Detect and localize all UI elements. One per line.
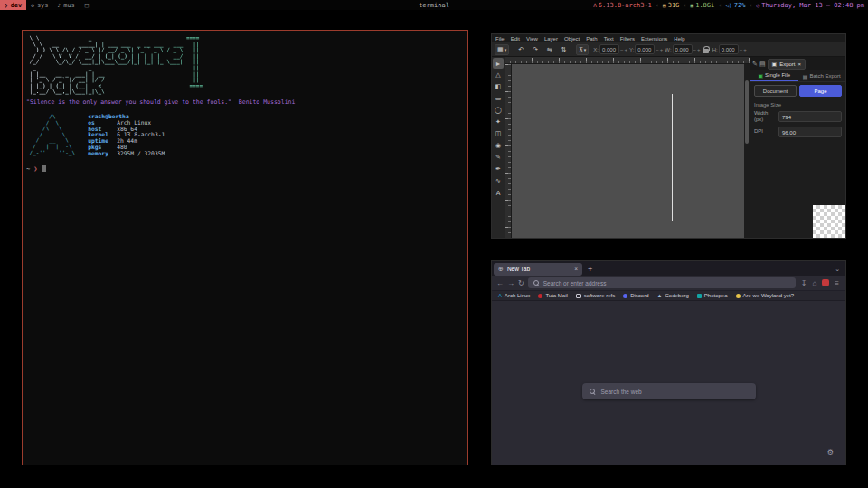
bar-module-arch: Λ6.13.8-arch3-1	[593, 2, 652, 9]
document-button[interactable]: Document	[754, 85, 797, 97]
spiral-tool[interactable]: ◉	[493, 140, 504, 151]
lock-ratio-icon[interactable]	[703, 46, 709, 53]
bookmark-codeberg[interactable]: ▲Codeberg	[657, 293, 689, 298]
ublock-icon[interactable]	[822, 279, 829, 286]
forward-button[interactable]: →	[507, 279, 514, 287]
canvas-scrollbar[interactable]	[744, 64, 750, 239]
tab-title: New Tab	[507, 266, 530, 272]
export-area-buttons: DocumentPage	[750, 82, 845, 99]
stepper-plus[interactable]: +	[660, 47, 664, 52]
edit-icon[interactable]: ✎	[752, 61, 758, 68]
inkscape-canvas[interactable]	[512, 64, 744, 239]
ellipse-tool[interactable]: ◯	[493, 105, 504, 116]
bookmark-photopea[interactable]: Photopea	[697, 293, 728, 298]
coordinate-fields: X:0.000−+Y:0.000−+W:0.000−+H:0.000−+	[591, 44, 746, 54]
downloads-icon[interactable]: ↧	[801, 279, 807, 287]
tab-list-dropdown-icon[interactable]: ⌄	[835, 266, 840, 273]
flip-horizontal-icon[interactable]: ⇋	[544, 44, 555, 55]
module-text: Thursday, Mar 13 — 02:48 pm	[761, 2, 864, 9]
status-bar: ❯dev⚙sys♪mus □ terminal Λ6.13.8-arch3-1‹…	[0, 0, 868, 10]
stepper-minus[interactable]: −	[693, 47, 697, 52]
shape-builder-tool[interactable]: ◧	[493, 81, 504, 92]
menu-extensions[interactable]: Extensions	[641, 36, 667, 42]
bookmark-label: software refs	[584, 293, 615, 298]
menu-view[interactable]: View	[526, 36, 538, 42]
home-icon[interactable]: ⌂	[812, 279, 816, 287]
coord-input[interactable]: 0.000	[599, 44, 619, 54]
coord-label: X:	[593, 47, 599, 52]
gear-icon[interactable]: ⚙	[827, 448, 834, 456]
bookmark-tuta-mail[interactable]: Tuta Mail	[538, 293, 567, 298]
tab-close-icon[interactable]: ×	[574, 266, 578, 272]
layout-icon[interactable]: □	[85, 2, 89, 9]
dpi-input[interactable]: 96.00	[778, 127, 842, 137]
workspace-tag-sys[interactable]: ⚙sys	[26, 0, 52, 10]
flip-vertical-icon[interactable]: ⇅	[559, 44, 570, 55]
panel-tab-strip: ✎ ▤ ▣ Export ×	[750, 57, 845, 70]
back-button[interactable]: ←	[496, 279, 504, 287]
browser-navbar: ← → ↻ Search or enter address ↧ ⌂ ≡	[492, 276, 845, 291]
rotate-cw-icon[interactable]: ↷	[530, 44, 541, 55]
module-separator: ‹	[749, 2, 752, 9]
rotate-ccw-icon[interactable]: ↶	[515, 44, 526, 55]
menu-help[interactable]: Help	[674, 36, 684, 42]
tab-single-file[interactable]: ▣Single File	[750, 70, 798, 81]
tab-batch-export[interactable]: ▤Batch Export	[798, 70, 846, 81]
browser-window[interactable]: ⊕ New Tab × + ⌄ ← → ↻ Search or enter ad…	[491, 260, 846, 465]
menu-layer[interactable]: Layer	[544, 36, 558, 42]
bookmark-discord[interactable]: Discord	[623, 293, 648, 298]
export-icon: ▣	[772, 61, 778, 67]
menu-edit[interactable]: Edit	[511, 36, 520, 42]
new-tab-button[interactable]: +	[588, 265, 592, 274]
rectangle-tool[interactable]: ▭	[493, 93, 504, 104]
reload-button[interactable]: ↻	[518, 279, 524, 287]
module-text: 72%	[734, 2, 746, 9]
coord-input[interactable]: 0.000	[673, 44, 693, 54]
width-input[interactable]: 794	[778, 111, 842, 122]
stepper-minus[interactable]: −	[620, 47, 624, 52]
terminal-window[interactable]: \ \ _ ==== \ \ __ _____| | ___ ___ _ __ …	[22, 30, 468, 465]
bookmark-are-we-wayland-yet-[interactable]: Are we Wayland yet?	[736, 293, 794, 298]
workspace-tag-mus[interactable]: ♪mus	[53, 0, 80, 10]
export-tab[interactable]: ▣ Export ×	[768, 59, 807, 70]
active-tab[interactable]: ⊕ New Tab ×	[494, 263, 582, 276]
selection-mode-dropdown[interactable]: ▦▾	[495, 44, 509, 55]
snap-dropdown[interactable]: ⊼▾	[576, 44, 590, 55]
menu-filters[interactable]: Filters	[620, 36, 635, 42]
stepper-minus[interactable]: −	[740, 47, 743, 52]
text-tool[interactable]: A	[493, 187, 504, 198]
toolbar-icons: ↶↷⇋⇅	[515, 44, 570, 55]
dpi-label: DPI	[754, 128, 776, 135]
shell-prompt[interactable]: ~ ❯	[26, 165, 464, 173]
menu-path[interactable]: Path	[586, 36, 597, 42]
stepper-plus[interactable]: +	[697, 47, 701, 52]
menu-text[interactable]: Text	[604, 36, 614, 42]
node-tool[interactable]: △	[493, 70, 504, 80]
stepper-plus[interactable]: +	[624, 47, 627, 52]
pen-tool[interactable]: ✒	[493, 164, 504, 174]
star-tool[interactable]: ✦	[493, 117, 504, 127]
inkscape-window[interactable]: FileEditViewLayerObjectPathTextFiltersEx…	[491, 33, 846, 239]
bookmark-arch-linux[interactable]: ΛArch Linux	[498, 293, 530, 298]
close-icon[interactable]: ×	[798, 61, 802, 67]
workspace-tag-dev[interactable]: ❯dev	[0, 0, 26, 10]
gear-icon: ⚙	[31, 2, 34, 8]
stepper-minus[interactable]: −	[656, 47, 659, 52]
width-label: Width (px)	[754, 110, 776, 123]
url-bar[interactable]: Search or enter address	[528, 277, 796, 288]
box3d-tool[interactable]: ◫	[493, 128, 504, 139]
menu-icon[interactable]: ≡	[835, 279, 839, 287]
coord-input[interactable]: 0.000	[719, 44, 739, 54]
snap-icon: ⊼	[579, 46, 583, 53]
selector-tool[interactable]: ►	[493, 58, 504, 69]
calligraphy-tool[interactable]: ∿	[493, 175, 504, 186]
bookmark-software-refs[interactable]: software refs	[576, 293, 615, 298]
layers-icon[interactable]: ▤	[760, 61, 766, 68]
stepper-plus[interactable]: +	[743, 47, 747, 52]
page-button[interactable]: Page	[799, 85, 842, 97]
newtab-search-input[interactable]: Search the web	[582, 383, 756, 399]
coord-input[interactable]: 0.000	[635, 44, 655, 54]
pencil-tool[interactable]: ✎	[493, 152, 504, 163]
menu-file[interactable]: File	[495, 36, 505, 42]
menu-object[interactable]: Object	[564, 36, 580, 42]
